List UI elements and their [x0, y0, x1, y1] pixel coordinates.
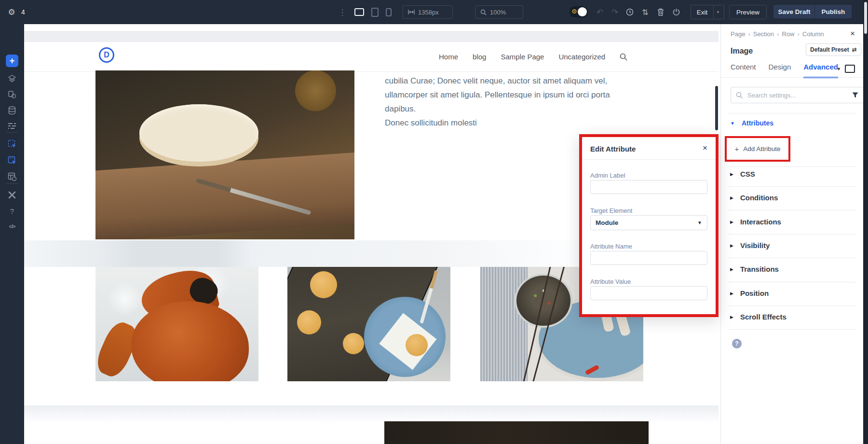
select-caret-icon: ▼ — [697, 220, 702, 225]
default-preset-button[interactable]: Default Preset ⇄ — [806, 43, 861, 56]
page-settings-gear-icon[interactable]: ⚙ — [4, 0, 19, 24]
edit-attribute-modal: Edit Attribute × Admin Label Target Elem… — [579, 134, 719, 317]
divider — [729, 282, 856, 282]
breadcrumb-column[interactable]: Column — [802, 30, 824, 38]
module-settings-panel: Page › Section › Row › Column × Image De… — [720, 24, 864, 444]
crab-image-module[interactable] — [95, 267, 258, 381]
cookies-image-module[interactable] — [287, 267, 450, 381]
tab-extras: ▼ — [837, 65, 855, 73]
window-scrollbar[interactable] — [863, 0, 868, 444]
nav-link-home[interactable]: Home — [439, 53, 458, 61]
page-top-strip — [24, 31, 719, 42]
breadcrumb-section[interactable]: Section — [753, 30, 774, 38]
tab-advanced[interactable]: Advanced — [803, 63, 838, 78]
code-icon[interactable]: </> — [0, 219, 24, 234]
window-scrollbar-thumb[interactable] — [864, 2, 867, 34]
builder-top-bar: ⚙ 4 ⋮ ⚙ ↶ ↷ ⇅ Exit ▼ — [0, 0, 868, 24]
history-clock-icon[interactable] — [624, 0, 636, 24]
portability-power-icon[interactable] — [670, 0, 682, 24]
redo-icon[interactable]: ↷ — [609, 0, 621, 24]
canvas-width-input[interactable] — [418, 9, 443, 16]
body-text-module[interactable]: cubilia Curae; Donec velit neque, auctor… — [385, 74, 640, 130]
attribute-value-input[interactable] — [590, 286, 707, 300]
caret-right-icon: ▶ — [730, 291, 733, 296]
section-scroll-effects[interactable]: ▶ Scroll Effects — [730, 313, 787, 321]
tab-design[interactable]: Design — [769, 63, 791, 78]
publish-button[interactable]: Publish — [815, 5, 852, 18]
settings-search-input[interactable] — [746, 91, 848, 99]
tools-icon[interactable] — [0, 188, 24, 202]
tab-content[interactable]: Content — [731, 63, 756, 78]
drag-handle-dots-icon[interactable]: ⋮ — [338, 0, 347, 24]
canvas-scrollbar-thumb[interactable] — [715, 86, 718, 130]
settings-list-icon[interactable] — [0, 119, 24, 133]
target-element-select[interactable]: Module ▼ — [590, 215, 707, 230]
canvas-zoom-input[interactable] — [490, 9, 515, 16]
layers-icon[interactable] — [0, 71, 24, 86]
zoom-magnifier-icon — [480, 9, 487, 15]
preset-swap-icon: ⇄ — [852, 46, 857, 53]
select-row-icon[interactable] — [0, 153, 24, 167]
add-module-plus-button[interactable]: + — [6, 55, 18, 67]
cheese-image-module[interactable] — [95, 70, 354, 239]
section-visibility[interactable]: ▶ Visibility — [730, 241, 770, 250]
responsive-caret-icon[interactable]: ▼ — [837, 67, 841, 71]
settings-search-box[interactable] — [731, 87, 864, 103]
section-css[interactable]: ▶ CSS — [730, 170, 755, 178]
nav-link-blog[interactable]: blog — [473, 53, 486, 61]
breadcrumb-page[interactable]: Page — [731, 30, 745, 38]
crab-body — [131, 301, 248, 381]
section-transitions[interactable]: ▶ Transitions — [730, 265, 779, 273]
admin-label-label: Admin Label — [590, 172, 625, 179]
target-element-label: Target Element — [590, 207, 632, 214]
sort-arrows-icon[interactable]: ⇅ — [639, 0, 651, 24]
admin-label-input[interactable] — [590, 180, 707, 194]
toggle-knob — [578, 7, 587, 16]
phone-view-icon[interactable] — [384, 0, 393, 24]
divider — [582, 159, 716, 160]
exit-dropdown-arrow[interactable]: ▼ — [712, 5, 724, 19]
undo-icon[interactable]: ↶ — [594, 0, 606, 24]
builder-mode-toggle[interactable]: ⚙ — [570, 6, 588, 17]
panel-help-icon[interactable]: ? — [732, 339, 742, 348]
nav-link-uncategorized[interactable]: Uncategorized — [558, 53, 605, 61]
caret-right-icon: ▶ — [730, 172, 733, 177]
section-interactions[interactable]: ▶ Interactions — [730, 218, 781, 226]
sidebar-divider — [6, 132, 18, 133]
salad-bowl — [515, 274, 572, 328]
nav-link-sample-page[interactable]: Sample Page — [501, 53, 544, 61]
exit-button[interactable]: Exit — [691, 5, 714, 19]
site-search-icon[interactable] — [620, 53, 627, 61]
desktop-view-icon[interactable] — [353, 0, 365, 24]
module-visibility-icon[interactable] — [0, 169, 24, 184]
divider — [729, 305, 856, 306]
toggle-gear-icon: ⚙ — [571, 8, 577, 15]
save-draft-button[interactable]: Save Draft — [773, 5, 815, 18]
attribute-name-label: Attribute Name — [590, 243, 632, 250]
divider — [729, 258, 856, 258]
modal-close-icon[interactable]: × — [703, 143, 707, 153]
section-conditions[interactable]: ▶ Conditions — [730, 194, 778, 202]
preview-button[interactable]: Preview — [729, 5, 767, 19]
database-icon[interactable] — [0, 103, 24, 118]
select-module-icon[interactable] — [0, 137, 24, 151]
attribute-value-label: Attribute Value — [590, 278, 631, 285]
attribute-name-input[interactable] — [590, 251, 707, 265]
desktop-mode-icon[interactable] — [845, 65, 855, 73]
dark-image-module[interactable] — [384, 421, 649, 444]
layouts-icon[interactable] — [0, 87, 24, 102]
site-logo[interactable]: D — [99, 47, 114, 63]
panel-close-icon[interactable]: × — [850, 29, 855, 39]
breadcrumb-row[interactable]: Row — [782, 30, 794, 38]
cookie-on-plate — [406, 334, 428, 356]
add-attribute-button[interactable]: + Add Attribute — [725, 136, 790, 162]
section-position[interactable]: ▶ Position — [730, 289, 769, 297]
help-icon[interactable]: ? — [0, 204, 24, 218]
canvas-zoom-input-box[interactable] — [475, 5, 523, 19]
trash-icon[interactable] — [655, 0, 666, 24]
tablet-view-icon[interactable] — [369, 0, 380, 24]
attributes-section-header[interactable]: ▼ Attributes — [730, 119, 773, 127]
section-gradient-band — [24, 405, 719, 421]
filter-funnel-icon[interactable] — [852, 92, 858, 98]
canvas-width-input-box[interactable] — [403, 5, 453, 19]
